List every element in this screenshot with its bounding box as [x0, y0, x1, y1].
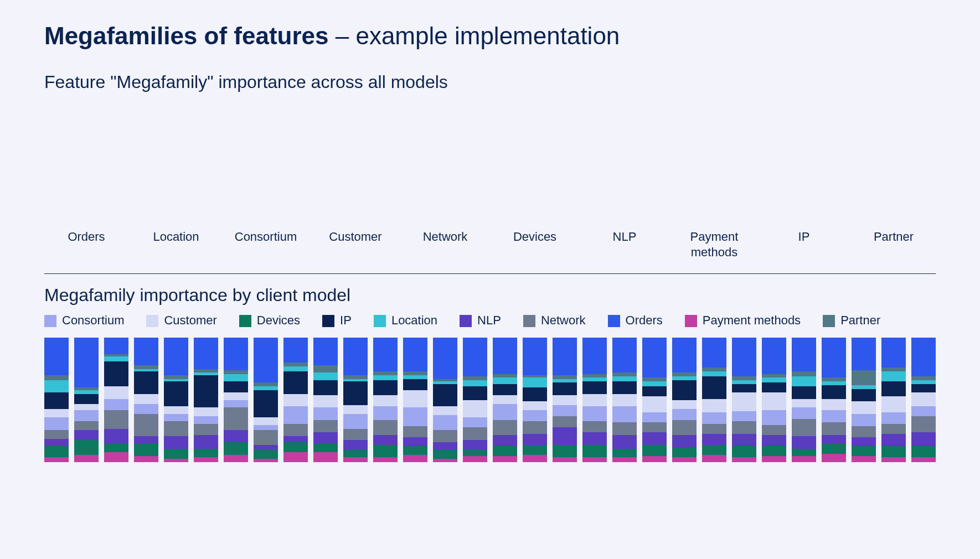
divider: [44, 273, 936, 274]
stack-seg-nlp: [313, 432, 338, 443]
legend-item-orders: Orders: [608, 313, 663, 328]
stack-seg-orders: [881, 338, 906, 368]
stack-bar: [373, 338, 398, 462]
stack-seg-devices: [672, 447, 697, 457]
stack-seg-network: [134, 414, 158, 437]
stack-bar: [493, 338, 517, 462]
stack-seg-consortium: [104, 399, 128, 410]
bar-label: IP: [767, 229, 840, 260]
stack-seg-nlp: [852, 437, 876, 446]
stack-seg-customer: [194, 407, 218, 416]
stack-seg-orders: [702, 338, 726, 368]
stack-seg-orders: [642, 338, 667, 377]
stack-seg-payment-methods: [194, 457, 218, 462]
stack-seg-ip: [582, 381, 607, 394]
legend-item-ip: IP: [322, 313, 352, 328]
stack-bar: [553, 338, 577, 462]
stack-seg-nlp: [74, 430, 99, 440]
stack-seg-partner: [164, 375, 188, 379]
stack-seg-partner: [493, 374, 517, 378]
stack-seg-ip: [493, 384, 517, 395]
stack-seg-payment-methods: [104, 452, 128, 462]
stack-seg-ip: [672, 380, 697, 400]
stack-seg-network: [881, 424, 906, 434]
stack-seg-payment-methods: [283, 452, 308, 462]
stack-seg-partner: [822, 377, 846, 381]
stack-seg-ip: [881, 381, 906, 396]
stack-bar: [283, 338, 308, 462]
stack-seg-consortium: [553, 405, 577, 416]
stack-seg-customer: [881, 396, 906, 412]
bar-label: Partner: [857, 229, 930, 260]
stack-seg-network: [104, 410, 128, 429]
stack-seg-orders: [822, 338, 846, 377]
stack-seg-nlp: [762, 435, 786, 446]
stack-seg-payment-methods: [463, 456, 487, 462]
stack-seg-partner: [732, 376, 756, 380]
stack-seg-payment-methods: [702, 455, 726, 463]
stack-seg-network: [523, 421, 547, 434]
stack-seg-ip: [762, 382, 786, 392]
stack-seg-devices: [343, 450, 368, 458]
stack-seg-payment-methods: [433, 459, 457, 463]
stack-seg-payment-methods: [642, 456, 667, 462]
stack-bar: [134, 338, 158, 462]
stack-seg-location: [582, 377, 607, 381]
stack-seg-consortium: [582, 406, 607, 421]
stack-seg-network: [433, 430, 457, 443]
stack-seg-partner: [313, 365, 338, 373]
chart-top-x-labels: OrdersLocationConsortiumCustomerNetworkD…: [44, 224, 936, 260]
stack-seg-customer: [672, 400, 697, 409]
stack-seg-customer: [702, 399, 726, 413]
stack-seg-location: [283, 366, 308, 371]
stack-seg-consortium: [702, 412, 726, 423]
stack-seg-location: [732, 380, 756, 384]
bar-label: Location: [140, 229, 213, 260]
stack-seg-nlp: [283, 436, 308, 442]
stack-seg-nlp: [523, 434, 547, 445]
stack-seg-devices: [74, 440, 99, 455]
stack-seg-orders: [373, 338, 398, 371]
legend-item-payment-methods: Payment methods: [685, 313, 801, 328]
stack-seg-consortium: [254, 425, 278, 430]
stack-seg-orders: [852, 338, 876, 370]
stack-seg-orders: [732, 338, 756, 376]
stack-bar: [792, 338, 816, 462]
stack-seg-location: [254, 386, 278, 390]
stack-seg-nlp: [612, 435, 637, 449]
stack-seg-payment-methods: [911, 457, 936, 462]
stack-seg-devices: [852, 446, 876, 456]
stack-bar: [433, 338, 457, 462]
stack-seg-orders: [44, 338, 69, 375]
stack-seg-customer: [283, 394, 308, 407]
stack-seg-network: [164, 421, 188, 436]
stack-seg-nlp: [582, 432, 607, 445]
stack-seg-devices: [433, 450, 457, 459]
stack-seg-nlp: [732, 434, 756, 447]
stack-seg-network: [74, 421, 99, 430]
stack-seg-customer: [612, 394, 637, 407]
stack-seg-network: [553, 416, 577, 427]
stack-seg-partner: [881, 368, 906, 371]
stack-seg-customer: [911, 392, 936, 406]
stack-seg-customer: [224, 392, 248, 400]
legend-item-network: Network: [523, 313, 586, 328]
stack-seg-partner: [642, 377, 667, 381]
stack-bar: [911, 338, 936, 462]
legend-label: IP: [340, 313, 352, 328]
stack-seg-devices: [104, 444, 128, 453]
stack-seg-network: [194, 424, 218, 435]
stack-seg-orders: [134, 338, 158, 365]
stack-seg-consortium: [433, 415, 457, 430]
stack-seg-location: [373, 375, 398, 380]
stack-bar: [612, 338, 637, 462]
stack-seg-payment-methods: [134, 456, 158, 462]
stack-seg-payment-methods: [612, 457, 637, 462]
chart-top: Feature "Megafamily" importance across a…: [44, 72, 936, 260]
stack-seg-consortium: [134, 404, 158, 414]
stack-seg-customer: [642, 396, 667, 412]
stack-seg-ip: [373, 380, 398, 395]
legend-item-devices: Devices: [239, 313, 300, 328]
stack-seg-network: [822, 422, 846, 435]
stack-seg-partner: [134, 365, 158, 369]
